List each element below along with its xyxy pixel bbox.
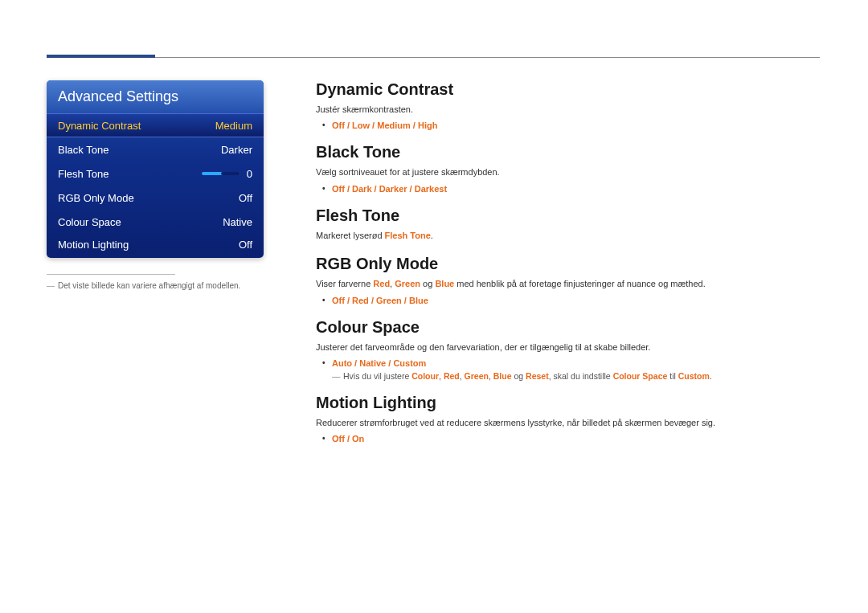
row-label: Dynamic Contrast (58, 120, 141, 132)
section-desc: Viser farverne Red, Green og Blue med he… (316, 278, 820, 290)
row-value: Medium (215, 120, 252, 132)
section-colour-space: Colour Space Justerer det farveområde og… (316, 318, 820, 381)
section-dynamic-contrast: Dynamic Contrast Justér skærmkontrasten.… (316, 80, 820, 130)
section-options: Off / On (316, 434, 820, 443)
section-black-tone: Black Tone Vælg sortniveauet for at just… (316, 143, 820, 193)
panel-row-flesh-tone[interactable]: Flesh Tone 0 (47, 161, 264, 186)
row-value: Off (239, 192, 252, 204)
panel-row-black-tone[interactable]: Black Tone Darker (47, 137, 264, 161)
panel-title: Advanced Settings (47, 80, 264, 113)
section-options: Auto / Native / Custom (316, 358, 820, 368)
panel-row-motion-lighting[interactable]: Motion Lighting Off (47, 234, 264, 258)
row-value: 0 (247, 168, 252, 180)
flesh-tone-slider[interactable]: 0 (202, 168, 252, 180)
advanced-settings-panel: Advanced Settings Dynamic Contrast Mediu… (47, 80, 264, 258)
section-motion-lighting: Motion Lighting Reducerer strømforbruget… (316, 394, 820, 443)
row-label: Motion Lighting (58, 239, 129, 251)
section-note: Hvis du vil justere Colour, Red, Green, … (316, 371, 820, 381)
row-value: Off (239, 239, 252, 251)
panel-row-colour-space[interactable]: Colour Space Native (47, 210, 264, 234)
section-title: Black Tone (316, 143, 820, 161)
footnote-rule (47, 274, 175, 275)
row-value: Darker (221, 144, 252, 156)
section-options: Off / Red / Green / Blue (316, 296, 820, 305)
row-label: RGB Only Mode (58, 192, 134, 204)
panel-row-dynamic-contrast[interactable]: Dynamic Contrast Medium (47, 113, 264, 137)
section-desc: Vælg sortniveauet for at justere skærmdy… (316, 166, 820, 178)
header-rule (47, 32, 820, 56)
section-options: Off / Dark / Darker / Darkest (316, 184, 820, 194)
panel-footnote: Det viste billede kan variere afhængigt … (47, 281, 264, 290)
section-options: Off / Low / Medium / High (316, 121, 820, 130)
section-rgb-only-mode: RGB Only Mode Viser farverne Red, Green … (316, 255, 820, 304)
row-value: Native (223, 216, 252, 228)
section-title: Flesh Tone (316, 206, 820, 225)
slider-track (202, 172, 240, 175)
panel-row-rgb-only-mode[interactable]: RGB Only Mode Off (47, 186, 264, 210)
section-title: Dynamic Contrast (316, 80, 820, 99)
section-title: Motion Lighting (316, 394, 820, 412)
section-flesh-tone: Flesh Tone Markeret lyserød Flesh Tone. (316, 206, 820, 242)
section-desc: Justerer det farveområde og den farvevar… (316, 341, 820, 353)
section-title: RGB Only Mode (316, 255, 820, 273)
section-desc: Justér skærmkontrasten. (316, 104, 820, 116)
section-title: Colour Space (316, 318, 820, 337)
row-label: Colour Space (58, 216, 121, 228)
row-label: Black Tone (58, 144, 108, 156)
row-label: Flesh Tone (58, 168, 108, 180)
section-desc: Markeret lyserød Flesh Tone. (316, 230, 820, 242)
section-desc: Reducerer strømforbruget ved at reducere… (316, 417, 820, 429)
